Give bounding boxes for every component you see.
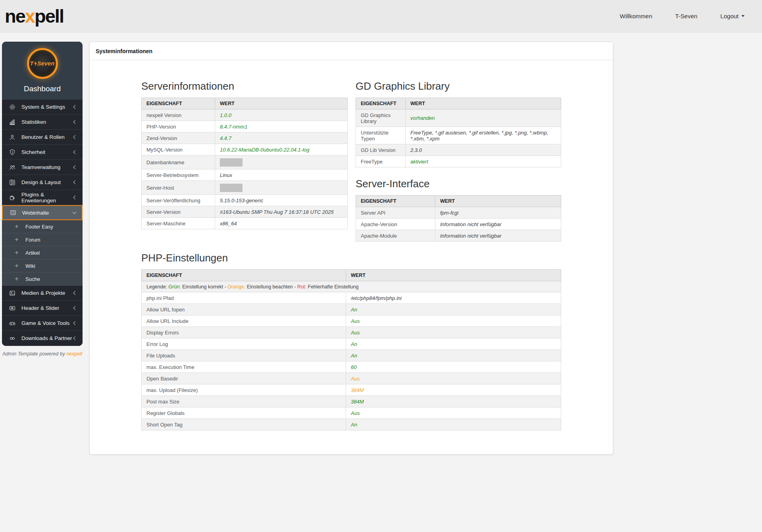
sidebar-item-label: Header & Slider [21,305,74,311]
sidebar-item-label: Design & Layout [21,179,74,185]
table-header-row: EIGENSCHAFT WERT [142,98,348,109]
property-cell: GD Graphics Library [356,109,406,127]
sidebar-item-label: Game & Voice Tools [21,320,74,326]
layout-icon [8,179,16,186]
username-link[interactable]: T-Seven [675,13,697,19]
table-row: Datenbankname [142,156,348,169]
table-row: FreeTypeaktiviert [356,156,561,167]
table-row: Short Open TagAn [142,419,561,430]
value-cell: 1.0.0 [215,109,348,121]
table-row: nexpell Version1.0.0 [142,109,348,121]
welcome-link[interactable]: Willkommen [620,13,652,19]
logout-menu[interactable]: Logout [720,13,745,19]
value-cell: An [346,350,561,361]
legend-red-label: Rot: [297,284,306,290]
logo-text: pell [35,6,64,27]
section-title-server-interface: Server-Interface [356,178,561,190]
value-cell: 384M [346,396,561,407]
sidebar-item-system-settings[interactable]: System & Settings [2,100,83,115]
sidebar-item-teamverwaltung[interactable]: Teamverwaltung [2,160,83,175]
sidebar-item-medien-projekte[interactable]: Medien & Projekte [2,286,83,301]
table-row: php.ini Pfad/etc/php84/fpm/php.ini [142,292,561,304]
property-cell: File Uploads [142,350,346,361]
property-cell: Unterstützte Typen [356,127,406,144]
chevron-left-icon [73,196,77,200]
property-cell: Allow URL fopen [142,304,346,315]
sidebar-subitem-wiki[interactable]: + Wiki [2,259,83,273]
sidebar-subitem-label: Footer Easy [25,224,53,230]
sidebar-subitem-artikel[interactable]: + Artikel [2,246,83,259]
credit-text: Admin Template powered by [2,351,65,357]
value-cell: 2.3.0 [406,144,561,156]
value-cell: An [346,419,561,430]
property-cell: max. Upload (Filesize) [142,384,346,396]
sidebar-item-label: Benutzer & Rollen [21,134,74,140]
column-header-wert: WERT [406,98,561,109]
chevron-left-icon [73,291,77,295]
chevron-left-icon [73,150,77,154]
sidebar-subitem-label: Artikel [25,250,40,256]
sidebar-item-sicherheit[interactable]: Sicherheit [2,145,83,160]
sidebar-item-plugins-erweiterungen[interactable]: Plugins & Erweiterungen [2,190,83,205]
server-interface-table: EIGENSCHAFT WERT Server APIfpm-fcgi Apac… [356,195,561,242]
sidebar-item-design-layout[interactable]: Design & Layout [2,175,83,190]
logout-label: Logout [720,13,739,19]
property-cell: Apache-Module [356,230,435,242]
sidebar-item-label: Downloads & Partner [21,335,74,341]
sidebar-item-game-voice-tools[interactable]: Game & Voice Tools [2,316,83,331]
table-row: Post max Size384M [142,396,561,407]
sidebar-item-header-slider[interactable]: Header & Slider [2,301,83,316]
chevron-left-icon [73,336,77,340]
sidebar-subitem-footer-easy[interactable]: + Footer Easy [2,220,83,233]
property-cell: nexpell Version [142,109,215,121]
value-cell: Information nicht verfügbar [435,230,561,242]
sidebar-subitem-suche[interactable]: + Suche [2,273,83,286]
table-row: Apache-ModuleInformation nicht verfügbar [356,230,561,242]
value-cell: aktiviert [406,156,561,167]
gear-icon [8,103,16,111]
sidebar-item-label: System & Settings [21,104,74,110]
table-header-row: EIGENSCHAFT WERT [142,270,561,281]
value-cell: Linux [215,169,348,181]
property-cell: Post max Size [142,396,346,407]
table-row: Server-Maschinex86_64 [142,218,348,229]
property-cell: Server API [356,207,435,219]
legend-orange-label: Orange: [227,284,245,290]
sidebar-item-label: Teamverwaltung [21,164,74,170]
property-cell: Zend-Version [142,133,215,144]
sidebar-item-statistiken[interactable]: Statistiken [2,115,83,130]
logo-x: x [25,6,35,27]
sidebar-item-benutzer-rollen[interactable]: Benutzer & Rollen [2,130,83,145]
nexpell-logo[interactable]: nexpell [5,7,64,25]
column-header-eigenschaft: EIGENSCHAFT [356,196,435,207]
gamepad-icon [8,319,16,327]
sidebar: TSeven Dashboard System & Settings Stati… [2,42,83,346]
table-row: File UploadsAn [142,350,561,361]
property-cell: Server-Betriebssystem [142,169,215,181]
redacted-value [220,158,242,167]
value-cell: Aus [346,315,561,327]
legend-cell: Legende: Grün: Einstellung korrekt - Ora… [142,281,561,292]
sidebar-subitem-forum[interactable]: + Forum [2,233,83,246]
value-cell [215,156,348,169]
badge-text: Seven [37,60,55,67]
property-cell: Display Errors [142,327,346,338]
checklist-icon [9,209,17,217]
sidebar-item-downloads-partner[interactable]: Downloads & Partner [2,331,83,346]
property-cell: Datenbankname [142,156,215,169]
table-header-row: EIGENSCHAFT WERT [356,196,561,207]
shield-icon [8,148,16,156]
table-row: Allow URL IncludeAus [142,315,561,327]
value-cell: An [346,338,561,350]
table-row: Error LogAn [142,338,561,350]
table-row: Server-Version#163-Ubuntu SMP Thu Aug 7 … [142,206,348,218]
property-cell: Server-Veröffentlichung [142,195,215,206]
plus-icon: + [14,275,19,283]
table-row: GD Graphics Libraryvorhanden [356,109,561,127]
top-header: nexpell Willkommen T-Seven Logout [0,0,762,33]
column-header-wert: WERT [435,196,561,207]
nexpell-credit-link[interactable]: nexpell [66,351,82,357]
sidebar-item-webinhalte[interactable]: Webinhalte [2,205,83,220]
lightning-bolt-icon [34,61,37,66]
puzzle-icon [8,194,16,201]
